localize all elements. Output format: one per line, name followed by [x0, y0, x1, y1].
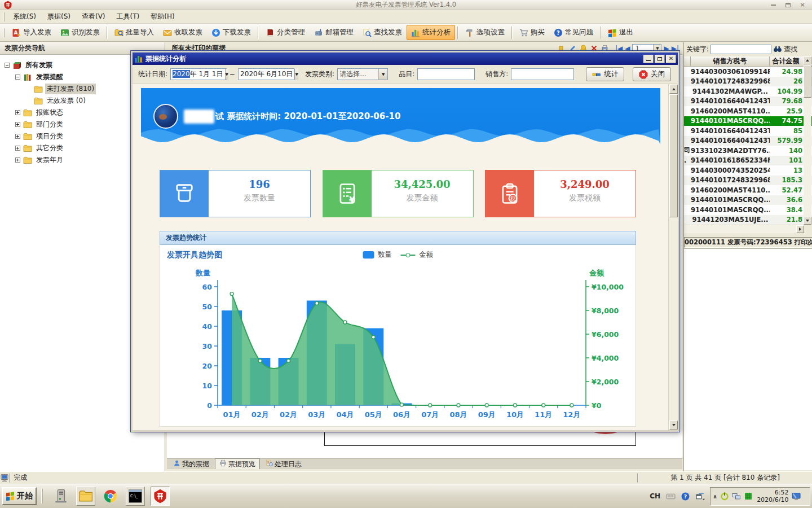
scroll-right-icon[interactable] [796, 225, 804, 233]
table-row[interactable]: 91440300306109914R24.98 [684, 67, 812, 77]
menu-item[interactable]: 查看(V) [76, 10, 111, 23]
toolbar-button-download[interactable]: 下载发票 [207, 25, 255, 40]
date-from-picker[interactable]: 2020年 1月 1日 ▼ [170, 68, 227, 80]
input-language-indicator[interactable]: CH [650, 492, 660, 500]
window-switch-icon[interactable] [695, 492, 704, 501]
expand-icon[interactable] [15, 157, 20, 163]
toolbar-button-options[interactable]: 选项设置 [461, 25, 509, 40]
table-row[interactable]: 91440300074352025413 [684, 165, 812, 176]
clock[interactable]: 6:52 2020/6/10 [757, 489, 788, 503]
menu-item[interactable]: 帮助(H) [145, 10, 180, 23]
tab-我的票据[interactable]: 我的票据 [169, 459, 213, 470]
expand-icon[interactable] [15, 146, 20, 151]
scroll-up-icon[interactable] [804, 56, 811, 64]
scroll-down-icon[interactable] [804, 217, 811, 225]
keyword-input[interactable] [710, 45, 771, 54]
total-amount: 185.3 [770, 176, 805, 184]
find-button[interactable]: 查找 [784, 45, 797, 54]
chevron-down-icon[interactable]: ▼ [294, 69, 298, 80]
table-horizontal-scrollbar[interactable] [684, 225, 804, 233]
power-icon[interactable] [720, 492, 729, 501]
table-row[interactable]: 91440101MA5CRQQ...38.4 [684, 205, 812, 215]
restore-button[interactable] [782, 1, 794, 8]
menu-item[interactable]: 工具(T) [111, 10, 145, 23]
table-vertical-scrollbar[interactable] [804, 56, 811, 225]
taskbar-item-explorer[interactable] [76, 487, 95, 506]
grid-icon[interactable] [744, 492, 753, 501]
toolbar-button-faq[interactable]: ?常见问题 [549, 25, 598, 40]
table-row[interactable]: 91440101664041243T85 [684, 126, 812, 136]
folder-icon [78, 489, 93, 503]
toolbar-button-receive[interactable]: 收取发票 [158, 25, 207, 40]
minimize-button[interactable] [767, 1, 779, 8]
table-row[interactable]: 91440101724832996826 [684, 77, 812, 87]
close-dialog-button[interactable]: 关闭 [633, 67, 671, 81]
table-row[interactable]: 91441302MA4WGP...104.99 [684, 86, 812, 97]
scroll-thumb[interactable] [804, 65, 811, 98]
toolbar-button-exit[interactable]: 退出 [603, 25, 638, 40]
chevron-down-icon[interactable]: ▼ [225, 69, 228, 80]
taskbar-item-chrome[interactable] [101, 487, 120, 506]
tab-票据预览[interactable]: 票据预览 [215, 458, 260, 470]
taskbar-item-server[interactable] [51, 487, 70, 506]
dialog-close-button[interactable]: ✕ [666, 55, 676, 63]
menu-item[interactable]: 系统(S) [7, 10, 42, 23]
dialog-scrollbar[interactable] [668, 84, 678, 430]
toolbar-button-category[interactable]: 分类管理 [261, 25, 310, 40]
collapse-icon[interactable] [5, 63, 10, 68]
toolbar-button-batch[interactable]: 批量导入 [110, 25, 158, 40]
svg-text:01月: 01月 [223, 410, 241, 419]
table-row[interactable]: .91440101618652334F101 [684, 156, 812, 166]
scroll-down-icon[interactable] [669, 421, 678, 430]
seller-tax-no: 914403000743520254 [691, 167, 770, 174]
svg-text:¥4,000: ¥4,000 [592, 354, 619, 362]
toolbar-button-stats[interactable]: 统计分析 [407, 25, 455, 40]
table-row[interactable]: 91460200MA5T4110...52.47 [684, 185, 812, 195]
toolbar-button-recognize[interactable]: 识别发票 [56, 25, 104, 40]
toolbar-button-import[interactable]: A导入发票 [7, 25, 56, 40]
show-desktop-icon[interactable] [792, 492, 801, 501]
stat-button[interactable]: 统计 [586, 67, 624, 81]
table-row[interactable]: 91441203MA51UJE...21.8 [684, 215, 812, 225]
toolbar-button-mailbox[interactable]: 邮箱管理 [310, 25, 358, 40]
table-row[interactable]: 91440101MA5CRQQ...36.6 [684, 195, 812, 205]
collapse-icon[interactable] [15, 75, 20, 80]
dialog-minimize-button[interactable] [643, 55, 654, 63]
invoice-type-combo[interactable]: 请选择... ▼ [337, 68, 388, 80]
folder-icon [34, 97, 43, 106]
close-button[interactable]: × [796, 1, 809, 8]
table-row[interactable]: 914401017248329968185.3 [684, 176, 812, 186]
item-input[interactable] [417, 68, 475, 80]
table-row[interactable]: 91440101664041243T579.99 [684, 136, 812, 146]
date-to-picker[interactable]: 2020年 6月10日 ▼ [238, 68, 294, 80]
menu-item[interactable]: 票据(S) [42, 10, 76, 23]
table-row[interactable]: 司91331023MA2DTY76...140 [684, 146, 812, 156]
svg-text:数量: 数量 [195, 269, 210, 277]
table-row[interactable]: 91440101664041243T79.68 [684, 97, 812, 107]
seller-input[interactable] [511, 68, 574, 80]
column-total-amount[interactable]: 合计金额 [770, 56, 805, 66]
expand-icon[interactable] [15, 122, 20, 127]
toolbar-button-buy[interactable]: 购买 [515, 25, 549, 40]
taskbar-item-cmd[interactable]: C:\_ [126, 487, 145, 506]
taskbar-item-hpy-app[interactable] [151, 487, 170, 506]
tab-处理日志[interactable]: 处理日志 [262, 459, 306, 470]
log-icon [266, 459, 273, 468]
dialog-titlebar[interactable]: 票据统计分析 ✕ [133, 52, 678, 65]
scroll-thumb[interactable] [669, 94, 678, 217]
keyboard-icon[interactable] [666, 492, 675, 501]
tray-expand-icon[interactable]: ∧ [713, 493, 717, 500]
right-panel-filler [684, 248, 812, 470]
expand-icon[interactable] [15, 134, 20, 139]
column-seller-tax-no[interactable]: 销售方税号 [691, 56, 770, 66]
start-button[interactable]: 开始 [2, 487, 37, 505]
help-icon[interactable]: ? [681, 492, 690, 501]
table-row[interactable]: 91460200MA5T4110...25.9 [684, 106, 812, 116]
chevron-down-icon[interactable]: ▼ [378, 69, 387, 80]
network-icon[interactable] [732, 492, 741, 501]
table-row[interactable]: 91440101MA5CRQQ...74.75 [684, 116, 812, 126]
dialog-restore-button[interactable] [655, 55, 665, 63]
expand-icon[interactable] [15, 110, 20, 115]
scroll-up-icon[interactable] [669, 85, 678, 94]
toolbar-button-find[interactable]: 查找发票 [358, 25, 407, 40]
